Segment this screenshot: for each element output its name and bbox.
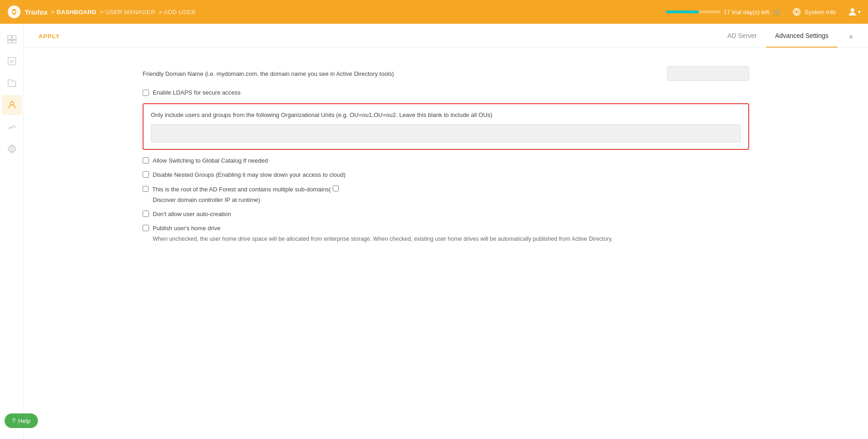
global-catalog-row: Allow Switching to Global Catalog If nee…	[143, 157, 749, 164]
main-content: APPLY AD Server Advanced Settings × Frie…	[24, 24, 868, 439]
tabs-area: AD Server Advanced Settings ×	[718, 32, 853, 48]
disable-nested-label: Disable Nested Groups (Enabling it may s…	[153, 171, 346, 178]
svg-point-2	[795, 11, 799, 14]
triofox-logo-icon	[7, 5, 21, 19]
friendly-domain-label: Friendly Domain Name (i.e. mydomain.com,…	[143, 70, 661, 77]
form-area: Friendly Domain Name (i.e. mydomain.com,…	[24, 48, 868, 262]
trial-text: 17 trial day(s) left.	[724, 9, 771, 16]
sub-domain-checkbox[interactable]	[333, 185, 339, 191]
help-button[interactable]: ? Help	[5, 413, 38, 428]
svg-rect-4	[7, 36, 11, 39]
global-catalog-label: Allow Switching to Global Catalog If nee…	[153, 157, 268, 164]
svg-point-9	[10, 102, 13, 105]
user-dropdown-arrow: ▾	[858, 9, 861, 15]
cart-icon[interactable]: 🛒	[773, 9, 781, 16]
sidebar	[0, 24, 24, 439]
apply-button[interactable]: APPLY	[38, 33, 60, 47]
system-info-label: System Info	[804, 9, 836, 16]
svg-point-10	[11, 148, 13, 150]
breadcrumb-dashboard[interactable]: DASHBOARD	[57, 9, 96, 16]
publish-home-drive-label: Publish user's home drive	[153, 225, 220, 232]
home-drive-description: When unchecked, the user home drive spac…	[153, 234, 749, 243]
user-menu-btn[interactable]: ▾	[847, 6, 861, 17]
svg-point-3	[851, 8, 854, 12]
ou-block: Only include users and groups from the f…	[143, 103, 749, 150]
trial-info: 17 trial day(s) left. 🛒	[666, 9, 781, 16]
svg-rect-6	[7, 40, 11, 43]
gear-icon	[792, 7, 802, 17]
friendly-domain-row: Friendly Domain Name (i.e. mydomain.com,…	[143, 66, 749, 81]
no-auto-creation-checkbox[interactable]	[143, 211, 149, 217]
ad-forest-sub-note: Discover domain controller IP at runtime…	[153, 196, 260, 203]
tab-ad-server[interactable]: AD Server	[718, 32, 766, 48]
user-avatar-icon	[847, 6, 858, 17]
help-circle-icon: ?	[12, 417, 16, 424]
breadcrumb: > DASHBOARD > USER MANAGER > ADD USER	[49, 9, 196, 16]
auto-creation-row: Don't allow user auto-creation	[143, 211, 749, 217]
system-info-btn[interactable]: System Info	[792, 7, 836, 17]
publish-home-drive-checkbox[interactable]	[143, 225, 149, 231]
disable-nested-row: Disable Nested Groups (Enabling it may s…	[143, 171, 749, 178]
sidebar-item-dashboard[interactable]	[2, 29, 22, 49]
logo: Triofox	[7, 5, 48, 19]
logo-text: Triofox	[25, 8, 48, 16]
close-button[interactable]: ×	[848, 33, 853, 41]
friendly-domain-input[interactable]	[667, 66, 749, 81]
trial-progress-bar	[666, 11, 721, 13]
topbar: Triofox > DASHBOARD > USER MANAGER > ADD…	[0, 0, 868, 24]
breadcrumb-user-manager[interactable]: USER MANAGER	[106, 9, 155, 16]
no-auto-creation-label: Don't allow user auto-creation	[153, 211, 231, 217]
main-layout: APPLY AD Server Advanced Settings × Frie…	[0, 24, 868, 439]
ad-forest-line: This is the root of the AD Forest and co…	[143, 185, 339, 193]
svg-rect-5	[12, 36, 16, 39]
ad-forest-row: This is the root of the AD Forest and co…	[143, 185, 749, 203]
tab-advanced-settings[interactable]: Advanced Settings	[766, 32, 838, 48]
ad-forest-checkbox[interactable]	[143, 186, 149, 192]
enable-ldaps-checkbox[interactable]	[143, 90, 149, 96]
svg-point-1	[13, 11, 16, 13]
breadcrumb-add-user[interactable]: ADD USER	[164, 9, 196, 16]
sidebar-item-files[interactable]	[2, 73, 22, 93]
sidebar-item-reports[interactable]	[2, 51, 22, 71]
ou-input[interactable]	[151, 124, 741, 143]
disable-nested-checkbox[interactable]	[143, 171, 149, 178]
ad-forest-label: This is the root of the AD Forest and co…	[152, 185, 339, 193]
sidebar-item-users[interactable]	[2, 95, 22, 115]
sidebar-item-analytics[interactable]	[2, 117, 22, 137]
global-catalog-checkbox[interactable]	[143, 157, 149, 164]
home-drive-row: Publish user's home drive	[143, 225, 749, 232]
trial-progress-fill	[666, 11, 699, 13]
toolbar: APPLY AD Server Advanced Settings ×	[24, 24, 868, 48]
svg-rect-7	[12, 40, 16, 43]
topbar-right: 17 trial day(s) left. 🛒 System Info ▾	[666, 6, 861, 17]
enable-ldaps-row: Enable LDAPS for secure access	[143, 89, 749, 96]
sidebar-item-settings[interactable]	[2, 139, 22, 159]
help-label: Help	[18, 418, 31, 424]
enable-ldaps-label: Enable LDAPS for secure access	[153, 89, 240, 96]
ou-description: Only include users and groups from the f…	[151, 111, 741, 120]
